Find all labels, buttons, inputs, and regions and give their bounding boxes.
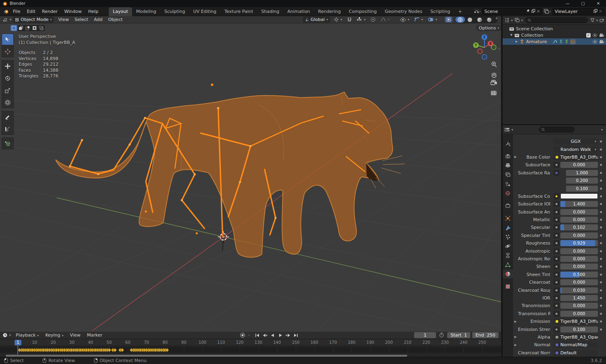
keyframe-dot[interactable] <box>600 195 602 197</box>
dropdown-random-walk[interactable]: Random Walk▾ <box>553 146 598 153</box>
slider-sheen-tint[interactable]: 0.500 <box>560 272 598 278</box>
tool-scale[interactable] <box>2 84 14 96</box>
previous-keyframe-button[interactable] <box>261 332 268 338</box>
play-button[interactable] <box>277 332 284 338</box>
menu-window[interactable]: Window <box>61 8 85 15</box>
texture-link[interactable]: Default <box>553 350 598 356</box>
fcurve-icon[interactable] <box>553 40 558 44</box>
decorator-icon[interactable] <box>553 303 560 309</box>
tab-+[interactable]: + <box>454 7 466 16</box>
keyframe-dot[interactable] <box>600 164 602 166</box>
tab-scripting[interactable]: Scripting <box>426 7 454 16</box>
decorator-icon[interactable] <box>553 193 560 199</box>
slider-ior[interactable]: 1.450 <box>560 295 598 301</box>
menu-file[interactable]: File <box>10 8 23 15</box>
keyframe-dot[interactable] <box>600 305 602 307</box>
texture-link[interactable]: TigerBB_A3_Diffuse <box>553 154 598 160</box>
timeline-menu-keying[interactable]: Keying▾ <box>42 331 67 339</box>
decorator-icon[interactable] <box>553 162 560 168</box>
tool-select-box[interactable] <box>2 33 14 45</box>
texture-link[interactable]: TigerBB_A3_Opacity <box>553 334 598 340</box>
keyframe-dot[interactable] <box>600 219 602 221</box>
scene-selector[interactable]: Scene ✕ <box>482 8 542 15</box>
current-frame-field[interactable]: 1 <box>414 332 436 338</box>
keyframe-dot[interactable] <box>600 149 602 151</box>
outliner-item-collection[interactable]: ▼Collection✓ <box>503 32 606 38</box>
transform-orientation-dropdown[interactable]: Global▾ <box>303 17 330 23</box>
slider-emission-strength[interactable]: 0.100 <box>560 326 598 333</box>
options-button[interactable]: Options▾ <box>476 25 501 31</box>
visibility-icon[interactable]: ▾ <box>399 17 410 23</box>
falloff-curve-icon[interactable]: ▾ <box>379 17 391 23</box>
keyframe-dot[interactable] <box>600 313 602 315</box>
viewlayer-selector[interactable]: ViewLayer ✕ <box>553 8 604 15</box>
decorator-icon[interactable] <box>553 224 560 230</box>
tool-cursor[interactable] <box>2 46 14 57</box>
display-mode-icon[interactable]: ▾ <box>515 18 523 23</box>
keyframe-dot[interactable] <box>600 156 602 158</box>
keyframe-dot[interactable] <box>600 226 602 228</box>
slider-sheen[interactable]: 0.000 <box>560 264 598 270</box>
properties-tab-constraints[interactable] <box>503 251 513 260</box>
menu-help[interactable]: Help <box>85 8 101 15</box>
unlink-icon[interactable]: ✕ <box>537 9 540 14</box>
mesh-badge-icon[interactable] <box>570 39 576 44</box>
editor-type-icon[interactable]: ▾ <box>504 18 513 23</box>
pivot-point-icon[interactable]: ▾ <box>332 17 343 23</box>
shading-material-preview-button[interactable] <box>475 17 484 23</box>
start-frame-field[interactable]: Start 1 <box>447 332 470 338</box>
properties-tab-view-layer[interactable] <box>503 170 513 179</box>
browse-scene-icon[interactable] <box>473 9 481 14</box>
decorator-icon[interactable] <box>553 256 560 262</box>
slider-subsurface-ior[interactable]: 1.400 <box>560 201 598 207</box>
tool-annotate[interactable] <box>2 111 14 123</box>
outliner-search-input[interactable] <box>525 17 588 23</box>
tab-compositing[interactable]: Compositing <box>345 7 381 16</box>
tab-layout[interactable]: Layout <box>109 7 132 16</box>
value-field[interactable]: 0.100 <box>566 186 598 192</box>
slider-anisotropic[interactable]: 0.000 <box>560 248 598 254</box>
properties-tab-render[interactable] <box>503 152 513 161</box>
keyframe-dot[interactable] <box>600 203 602 205</box>
color-swatch[interactable] <box>560 193 598 199</box>
shading-solid-button[interactable] <box>465 17 475 23</box>
keyframe-dot[interactable] <box>600 242 602 244</box>
filter-icon[interactable] <box>590 18 595 23</box>
tool-add-cube[interactable] <box>2 138 14 149</box>
viewport-3d[interactable]: Z Y X ‹ Options▾ User Perspective (1) Co… <box>0 23 501 332</box>
slider-specular-tint[interactable]: 0.000 <box>560 232 598 238</box>
slider-clearcoat[interactable]: 0.000 <box>560 279 598 285</box>
tab-shading[interactable]: Shading <box>257 7 284 16</box>
keyframe-dot[interactable] <box>600 188 602 190</box>
timeline-ruler[interactable]: 1020304050607080901001101201301401501601… <box>0 339 501 346</box>
select-mode-invert[interactable] <box>31 25 38 31</box>
keyframe-dot[interactable] <box>600 297 602 299</box>
editor-type-icon[interactable]: ▾ <box>504 127 513 132</box>
xray-icon[interactable] <box>445 17 452 23</box>
properties-tab-particles[interactable] <box>503 232 513 241</box>
copy-icon[interactable] <box>531 9 535 14</box>
slider-anisotropic-rota-[interactable]: 0.000 <box>560 256 598 262</box>
tab-modeling[interactable]: Modeling <box>132 7 160 16</box>
timeline-menu-view[interactable]: View <box>67 331 84 339</box>
timeline-menu-marker[interactable]: Marker <box>84 331 105 339</box>
tool-move[interactable] <box>2 60 14 72</box>
sidebar-collapse-arrow[interactable]: ‹ <box>499 46 500 50</box>
snap-magnet-icon[interactable] <box>346 17 353 23</box>
outliner-item-armature[interactable]: ▶Armature <box>503 38 606 45</box>
dropdown-ggx[interactable]: GGX▾ <box>553 138 598 144</box>
expand-icon[interactable]: ▶ <box>513 335 518 339</box>
tool-rotate[interactable] <box>2 72 14 84</box>
armature-data-icon[interactable] <box>564 39 569 44</box>
playhead[interactable]: 1 <box>15 340 21 345</box>
shading-rendered-button[interactable] <box>484 17 494 23</box>
keyframe-dot[interactable] <box>600 266 602 268</box>
properties-tab-output[interactable] <box>503 161 513 170</box>
properties-tab-modifiers[interactable] <box>503 223 513 232</box>
decorator-icon[interactable] <box>553 248 560 254</box>
disable-render-icon[interactable] <box>599 40 604 44</box>
disclosure-triangle[interactable]: ▶ <box>516 40 520 43</box>
keyframe-dot[interactable] <box>600 250 602 252</box>
tab-texture-paint[interactable]: Texture Paint <box>221 7 257 16</box>
select-mode-subtract[interactable] <box>24 25 31 31</box>
